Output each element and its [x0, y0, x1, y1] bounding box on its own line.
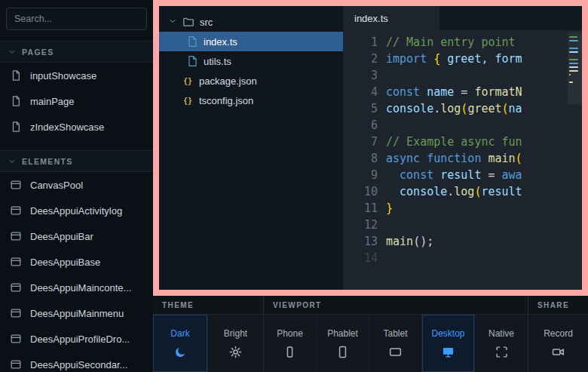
- tablet-button[interactable]: Tablet: [369, 315, 422, 372]
- desktop-icon: [442, 346, 455, 358]
- sidebar-item-canvaspool[interactable]: CanvasPool: [0, 172, 153, 198]
- line-number: 6: [343, 117, 378, 134]
- sidebar-item-zindexshowcase[interactable]: zIndexShowcase: [0, 114, 153, 140]
- code-line: const name = formatN: [386, 84, 582, 100]
- sidebar-item-label: DeesAppuiActivitylog: [30, 205, 122, 217]
- bottom-toolbar: THEMEDarkBrightVIEWPORTPhonePhabletTable…: [153, 296, 588, 372]
- ts-file-icon: [186, 55, 198, 67]
- ts-file-icon: [186, 35, 198, 48]
- component-icon: [10, 358, 22, 370]
- code-token: [433, 168, 440, 182]
- code-token: result: [440, 168, 481, 182]
- code-token: greet, form: [440, 52, 522, 66]
- line-number: 11: [343, 200, 378, 217]
- phablet-icon: [336, 346, 349, 358]
- dark-button[interactable]: Dark: [153, 315, 208, 372]
- sidebar-item-deesappuibase[interactable]: DeesAppuiBase: [0, 249, 153, 275]
- code-line: }: [386, 200, 582, 217]
- code-editor[interactable]: 1234567891011121314 // Main entry pointi…: [343, 30, 582, 290]
- code-token: log: [440, 102, 461, 115]
- code-token: [420, 152, 427, 165]
- code-line: console.log(result: [386, 183, 582, 200]
- tab-label: index.ts: [354, 13, 388, 24]
- code-token: greet: [467, 102, 501, 115]
- code-token: na: [509, 102, 522, 115]
- code-token: =: [481, 168, 501, 182]
- sidebar-item-label: DeesAppuiSecondar...: [30, 359, 127, 370]
- line-number-gutter: 1234567891011121314: [343, 34, 378, 290]
- sidebar-item-label: DeesAppuiProfileDro...: [30, 334, 130, 345]
- code-line: [386, 217, 582, 233]
- code-line: [386, 250, 582, 266]
- sidebar-item-deesappuisecondar[interactable]: DeesAppuiSecondar...: [0, 352, 153, 372]
- minimap-line: [569, 81, 573, 83]
- button-label: Phone: [277, 328, 303, 339]
- sidebar-item-inputshowcase[interactable]: inputShowcase: [0, 63, 153, 88]
- tree-item-label: src: [200, 17, 213, 28]
- native-button[interactable]: Native: [475, 315, 528, 372]
- desktop-button[interactable]: Desktop: [422, 315, 475, 372]
- tree-item-src[interactable]: src: [159, 12, 343, 32]
- component-icon: [10, 256, 22, 268]
- phone-button[interactable]: Phone: [264, 315, 317, 372]
- sidebar-item-mainpage[interactable]: mainPage: [0, 88, 153, 114]
- line-number: 4: [343, 84, 378, 100]
- file-tree: srcindex.tsutils.ts{}package.json{}tscon…: [159, 6, 343, 290]
- sidebar-item-label: DeesAppuiBar: [30, 231, 93, 242]
- main-area: srcindex.tsutils.ts{}package.json{}tscon…: [153, 0, 588, 372]
- sidebar-item-deesappuiprofiledro[interactable]: DeesAppuiProfileDro...: [0, 326, 153, 352]
- tree-item-packagejson[interactable]: {}package.json: [159, 71, 343, 91]
- tab-index-ts[interactable]: index.ts: [343, 6, 439, 30]
- section-header-pages[interactable]: PAGES: [0, 41, 153, 63]
- tree-item-tsconfigjson[interactable]: {}tsconfig.json: [159, 91, 343, 110]
- button-label: Desktop: [431, 328, 464, 339]
- code-token: main: [386, 235, 413, 248]
- button-label: Dark: [170, 328, 189, 339]
- json-file-icon: {}: [182, 97, 194, 105]
- code-line: async function main(: [386, 150, 582, 167]
- section-header-elements[interactable]: ELEMENTS: [0, 150, 153, 172]
- toolbar-buttons: Record: [528, 315, 588, 372]
- sidebar-item-label: DeesAppuiMainconte...: [30, 282, 131, 294]
- sidebar-item-deesappuiactivitylog[interactable]: DeesAppuiActivitylog: [0, 198, 153, 223]
- sidebar-item-deesappuimainmenu[interactable]: DeesAppuiMainmenu: [0, 300, 153, 326]
- toolbar-group-title: SHARE: [528, 296, 588, 315]
- code-token: (: [516, 152, 522, 165]
- code-token: .: [433, 102, 440, 115]
- code-token: =: [454, 85, 474, 99]
- sidebar-item-deesappuimainconte[interactable]: DeesAppuiMainconte...: [0, 275, 153, 300]
- tree-item-utilsts[interactable]: utils.ts: [159, 51, 343, 71]
- sidebar-item-deesappuibar[interactable]: DeesAppuiBar: [0, 223, 153, 249]
- search-box: [6, 8, 147, 30]
- minimap[interactable]: [569, 36, 579, 89]
- tree-item-label: tsconfig.json: [199, 95, 253, 106]
- code-line: import { greet, form: [386, 51, 582, 67]
- chevron-down-icon: [168, 17, 177, 26]
- line-number: 2: [343, 51, 378, 67]
- tree-item-label: index.ts: [204, 36, 237, 48]
- component-icon: [10, 281, 22, 294]
- line-number: 10: [343, 183, 378, 200]
- code-token: ();: [413, 235, 433, 248]
- code-line: [386, 67, 582, 84]
- search-input[interactable]: [6, 8, 147, 30]
- component-icon: [10, 230, 22, 242]
- tree-item-label: package.json: [199, 75, 257, 87]
- component-icon: [10, 333, 22, 345]
- bright-button[interactable]: Bright: [208, 315, 263, 372]
- chevron-wrap: [168, 17, 177, 28]
- json-file-icon: {}: [182, 77, 194, 85]
- record-button[interactable]: Record: [528, 315, 588, 372]
- code-token: import: [386, 52, 427, 66]
- tree-item-indexts[interactable]: index.ts: [159, 32, 343, 51]
- toolbar-group-title: VIEWPORT: [264, 296, 528, 315]
- code-token: const: [386, 85, 420, 99]
- chevron-down-icon: [8, 157, 17, 166]
- sidebar-item-label: mainPage: [30, 96, 75, 107]
- minimap-line: [569, 70, 578, 72]
- code-line: const result = awa: [386, 167, 582, 183]
- phablet-button[interactable]: Phablet: [317, 315, 369, 372]
- code-token: formatN: [474, 85, 522, 99]
- native-icon: [495, 346, 508, 358]
- code-token: result: [481, 185, 522, 198]
